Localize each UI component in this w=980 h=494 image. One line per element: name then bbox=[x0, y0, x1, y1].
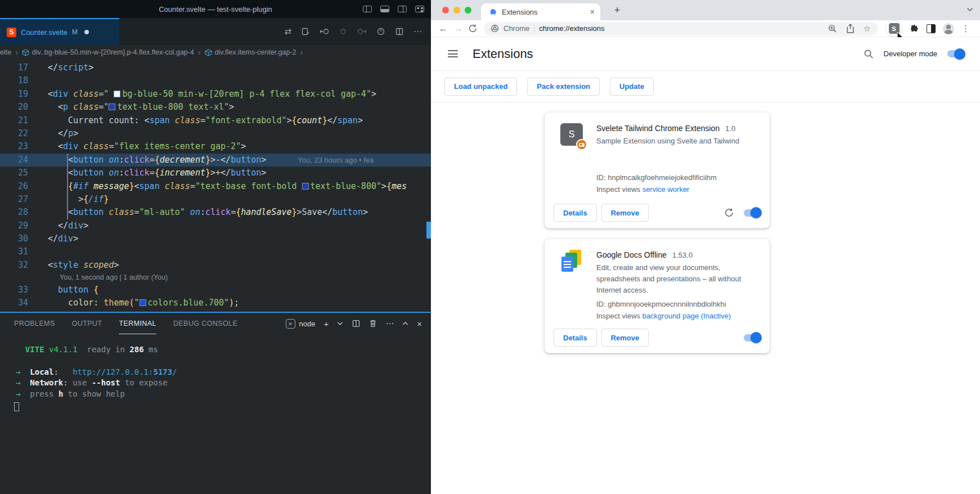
tab-problems[interactable]: PROBLEMS bbox=[14, 313, 55, 334]
code-line[interactable]: 34 color: theme("colors.blue.700"); bbox=[0, 297, 431, 309]
macos-close-button[interactable] bbox=[442, 7, 449, 14]
code-line[interactable]: 21 Current count: <span class="font-extr… bbox=[0, 114, 431, 127]
code-line[interactable]: 17</script> bbox=[0, 61, 431, 74]
line-number: 33 bbox=[0, 284, 28, 297]
code-line[interactable]: 20 <p class="text-blue-800 text-xl"> bbox=[0, 101, 431, 114]
pinned-extension-button[interactable]: S bbox=[886, 21, 902, 37]
terminal-dropdown-icon[interactable] bbox=[337, 321, 343, 326]
tab-debug-console[interactable]: DEBUG CONSOLE bbox=[173, 313, 237, 334]
line-number: 26 bbox=[0, 180, 28, 193]
breadcrumb-separator: › bbox=[300, 48, 303, 57]
details-button[interactable]: Details bbox=[554, 204, 597, 222]
tab-terminal[interactable]: TERMINAL bbox=[119, 313, 156, 334]
code-line[interactable]: 32<style scoped> bbox=[0, 259, 431, 272]
developer-mode-toggle[interactable] bbox=[947, 50, 964, 57]
kill-terminal-trash-icon[interactable] bbox=[369, 319, 377, 328]
scrollbar-decoration[interactable] bbox=[426, 222, 431, 239]
more-actions-icon[interactable]: ⋯ bbox=[413, 26, 422, 37]
nav-circle-icon[interactable] bbox=[339, 27, 347, 36]
toggle-secondary-sidebar-icon[interactable] bbox=[398, 6, 407, 12]
macos-fullscreen-button[interactable] bbox=[465, 7, 471, 14]
background-page-link[interactable]: background page (Inactive) bbox=[642, 312, 731, 320]
url-text[interactable]: chrome://extensions bbox=[539, 24, 604, 33]
terminal[interactable]: VITE v4.1.1 ready in 286 ms → Local: htt… bbox=[0, 334, 431, 411]
tab-search-chevron-icon[interactable] bbox=[966, 7, 973, 12]
remove-button[interactable]: Remove bbox=[601, 204, 649, 222]
macos-minimize-button[interactable] bbox=[453, 7, 460, 14]
code-line[interactable]: 29 </div> bbox=[0, 219, 431, 232]
toggle-panel-icon[interactable] bbox=[380, 6, 389, 12]
forward-button[interactable]: → bbox=[453, 24, 464, 34]
new-tab-button[interactable]: + bbox=[610, 3, 624, 17]
line-number: 21 bbox=[0, 114, 28, 127]
maximize-panel-icon[interactable] bbox=[402, 321, 408, 326]
pack-extension-button[interactable]: Pack extension bbox=[527, 78, 600, 96]
tab-output[interactable]: OUTPUT bbox=[72, 313, 102, 334]
code-line[interactable]: 25 <button on:click={increment}>+</butto… bbox=[0, 167, 431, 179]
code-line[interactable]: 31 bbox=[0, 245, 431, 258]
url-separator bbox=[534, 25, 534, 33]
load-unpacked-button[interactable]: Load unpacked bbox=[444, 78, 517, 96]
close-panel-icon[interactable]: × bbox=[417, 319, 422, 329]
customize-layout-icon[interactable] bbox=[415, 6, 424, 12]
color-swatch bbox=[114, 91, 120, 97]
extension-description: Edit, create and view your documents, sp… bbox=[596, 262, 758, 296]
nav-back-circle-icon[interactable] bbox=[320, 27, 330, 36]
code-line[interactable]: 28 <button class="ml-auto" on:click={han… bbox=[0, 206, 431, 219]
toggle-sidebar-icon[interactable] bbox=[363, 6, 372, 12]
hamburger-menu-icon[interactable] bbox=[448, 50, 458, 57]
tab-counter-svelte[interactable]: S Counter.svelte M bbox=[0, 18, 119, 45]
split-editor-icon[interactable] bbox=[395, 27, 404, 36]
nav-forward-circle-icon[interactable] bbox=[357, 27, 367, 36]
profile-avatar[interactable] bbox=[943, 23, 954, 34]
extension-enabled-toggle[interactable] bbox=[744, 334, 761, 342]
update-button[interactable]: Update bbox=[610, 78, 654, 96]
code-line[interactable]: 30</div> bbox=[0, 232, 431, 245]
contrast-extension-icon[interactable] bbox=[927, 24, 936, 33]
zoom-icon[interactable] bbox=[828, 24, 837, 33]
extension-cards: S Svelete Tailwind Chrome Extension 1.0 … bbox=[545, 113, 770, 364]
code-line[interactable]: 18 bbox=[0, 74, 431, 87]
code-line[interactable]: 33 button { bbox=[0, 284, 431, 297]
run-timer-icon[interactable] bbox=[376, 27, 385, 36]
vscode-titlebar[interactable]: Counter.svelte — test-svelte-plugin bbox=[0, 0, 431, 18]
browser-tab-extensions[interactable]: Extensions × bbox=[481, 3, 600, 20]
panel-more-actions-icon[interactable]: ⋯ bbox=[385, 318, 394, 329]
codelens-annotation[interactable]: You, 1 second ago | 1 author (You) bbox=[0, 272, 431, 284]
extensions-header: Extensions Developer mode bbox=[431, 37, 980, 71]
code-line[interactable]: 26 {#if message}<span class="text-base f… bbox=[0, 180, 431, 193]
code-line[interactable]: 27 >{/if} bbox=[0, 193, 431, 206]
tab-close-icon[interactable]: × bbox=[590, 7, 595, 16]
reload-extension-icon[interactable] bbox=[724, 208, 734, 218]
details-button[interactable]: Details bbox=[554, 329, 597, 347]
chrome-logo-icon[interactable] bbox=[491, 24, 499, 33]
shell-name[interactable]: node bbox=[299, 320, 316, 328]
breadcrumb-item-div-inner[interactable]: div.flex.items-center.gap-2 bbox=[205, 48, 296, 56]
back-button[interactable]: ← bbox=[438, 24, 449, 34]
breadcrumb-item-div-outer[interactable]: div..bg-blue-50.min-w-[20rem].p-4.flex.f… bbox=[22, 48, 194, 56]
code-editor[interactable]: 17</script>1819<div class=" bg-blue-50 m… bbox=[0, 60, 431, 312]
remove-button[interactable]: Remove bbox=[601, 329, 649, 347]
address-bar[interactable]: Chrome chrome://extensions ☆ bbox=[484, 22, 878, 35]
new-terminal-icon[interactable]: + bbox=[323, 319, 329, 329]
code-line[interactable]: 19<div class=" bg-blue-50 min-w-[20rem] … bbox=[0, 88, 431, 101]
unsaved-dot-icon[interactable] bbox=[84, 30, 89, 34]
url-host-chip: Chrome bbox=[504, 24, 529, 33]
service-worker-link[interactable]: service worker bbox=[642, 185, 690, 194]
chrome-menu-icon[interactable]: ⋮ bbox=[961, 24, 970, 34]
split-terminal-icon[interactable] bbox=[352, 319, 361, 328]
open-preview-icon[interactable] bbox=[301, 27, 310, 36]
extensions-puzzle-icon[interactable] bbox=[909, 24, 919, 34]
code-line[interactable]: 22 </p> bbox=[0, 127, 431, 140]
search-icon[interactable] bbox=[864, 49, 874, 59]
reload-button[interactable] bbox=[468, 24, 478, 33]
share-icon[interactable] bbox=[846, 24, 855, 33]
bookmark-star-icon[interactable]: ☆ bbox=[864, 24, 871, 34]
line-number: 17 bbox=[0, 61, 28, 74]
line-number: 22 bbox=[0, 127, 28, 140]
breadcrumb-item-file[interactable]: elte bbox=[0, 48, 11, 56]
extension-enabled-toggle[interactable] bbox=[744, 209, 761, 217]
open-changes-icon[interactable]: ⇄ bbox=[284, 26, 291, 37]
code-line[interactable]: 24 <button on:click={decrement}>-</butto… bbox=[0, 154, 431, 167]
code-line[interactable]: 23 <div class="flex items-center gap-2"> bbox=[0, 140, 431, 153]
